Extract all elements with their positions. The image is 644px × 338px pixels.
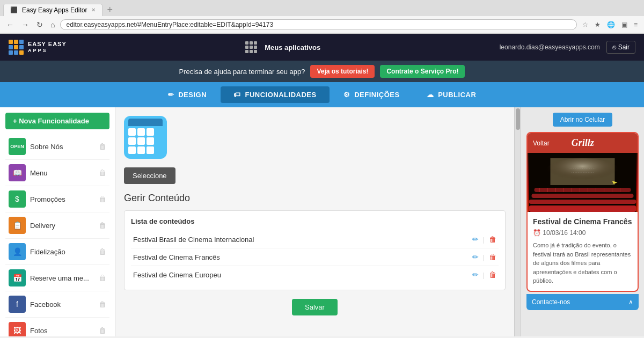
trash-icon-sobre-nos[interactable]: 🗑 bbox=[99, 142, 106, 151]
contacte-bar[interactable]: Contacte-nos ∧ bbox=[526, 294, 639, 310]
forward-button[interactable]: → bbox=[19, 19, 31, 30]
phone-cinema-image: . . . . . . . . . . . . . . . - - - - - … bbox=[528, 153, 638, 212]
list-item-text: Festival de Cinema Europeu bbox=[133, 271, 472, 279]
browser-tab[interactable]: ⬛ Easy Easy Apps Editor ✕ bbox=[3, 4, 103, 16]
svg-text:- - - - - - - - - - - - - -: - - - - - - - - - - - - - - bbox=[572, 171, 594, 174]
menu-icon[interactable]: ≡ bbox=[632, 20, 640, 30]
phone-header: Voltar Grillz bbox=[528, 133, 638, 153]
tab-design[interactable]: ✏ DESIGN bbox=[155, 86, 219, 103]
list-item-actions: ✏ | 🗑 bbox=[472, 235, 496, 244]
contacte-label: Contacte-nos bbox=[532, 298, 570, 306]
new-function-button[interactable]: + Nova Funcionalidade bbox=[5, 113, 109, 129]
sidebar-item-fidelizacao[interactable]: 👤 Fidelização 🗑 bbox=[5, 239, 109, 265]
edit-icon-2[interactable]: ✏ bbox=[472, 270, 479, 279]
tutorial-button[interactable]: Veja os tutoriais! bbox=[310, 65, 375, 78]
url-input[interactable] bbox=[60, 19, 577, 30]
tab-funcionalidades[interactable]: 🏷 FUNCIONALIDADES bbox=[221, 86, 330, 103]
sidebar-item-reserve[interactable]: 📅 Reserve uma me... 🗑 bbox=[5, 265, 109, 291]
tab-bar: ⬛ Easy Easy Apps Editor ✕ + bbox=[0, 0, 644, 16]
cloud-icon: ☁ bbox=[427, 91, 434, 99]
svg-rect-3 bbox=[535, 188, 631, 192]
cinema-title: Festival de Cinema Francês bbox=[533, 217, 632, 226]
list-title: Lista de conteúdos bbox=[131, 217, 499, 225]
sign-out-button[interactable]: ⎋ Sair bbox=[606, 41, 635, 54]
header-right: leonardo.dias@easyeasyapps.com ⎋ Sair bbox=[500, 41, 635, 54]
edit-icon-1[interactable]: ✏ bbox=[472, 253, 479, 261]
save-button[interactable]: Salvar bbox=[292, 299, 338, 315]
edit-icon-0[interactable]: ✏ bbox=[472, 235, 479, 244]
sidebar-item-fotos[interactable]: 🖼 Fotos 🗑 bbox=[5, 318, 109, 336]
list-item-actions: ✏ | 🗑 bbox=[472, 253, 496, 261]
open-icon: OPEN bbox=[9, 138, 26, 155]
delete-icon-2[interactable]: 🗑 bbox=[489, 270, 496, 279]
svg-rect-6 bbox=[529, 205, 636, 212]
nav-actions: ☆ ★ 🌐 ▣ ≡ bbox=[580, 20, 640, 30]
scrollbar[interactable] bbox=[514, 107, 521, 336]
bookmark-icon[interactable]: ☆ bbox=[580, 20, 590, 30]
trash-icon-fotos[interactable]: 🗑 bbox=[99, 326, 106, 335]
sidebar: + Nova Funcionalidade OPEN Sobre Nós 🗑 📖… bbox=[0, 107, 115, 336]
calendar-icon-large bbox=[124, 116, 167, 159]
list-item: Festival de Cinema Francês ✏ | 🗑 bbox=[131, 248, 499, 266]
pro-service-button[interactable]: Contrate o Serviço Pro! bbox=[380, 65, 465, 78]
trash-icon-promocoes[interactable]: 🗑 bbox=[99, 195, 106, 203]
star-icon[interactable]: ★ bbox=[592, 20, 603, 30]
help-bar: Precisa de ajuda para terminar seu app? … bbox=[0, 61, 644, 82]
tab-publicar[interactable]: ☁ PUBLICAR bbox=[414, 86, 489, 103]
back-button[interactable]: ← bbox=[4, 19, 16, 30]
sidebar-item-menu[interactable]: 📖 Menu 🗑 bbox=[5, 160, 109, 186]
sidebar-item-facebook[interactable]: f Facebook 🗑 bbox=[5, 291, 109, 318]
user-email: leonardo.dias@easyeasyapps.com bbox=[500, 43, 600, 51]
trash-icon-fidelizacao[interactable]: 🗑 bbox=[99, 247, 106, 256]
cinema-svg: . . . . . . . . . . . . . . . - - - - - … bbox=[528, 153, 638, 212]
phone-preview: Voltar Grillz bbox=[526, 132, 639, 292]
logo-text: EASY EASY APPS bbox=[28, 41, 67, 54]
cinema-date: ⏰ 10/03/16 14:00 bbox=[533, 229, 632, 237]
gear-icon: ⚙ bbox=[343, 91, 350, 99]
list-item-actions: ✏ | 🗑 bbox=[472, 270, 496, 279]
logo-grid-icon bbox=[9, 40, 24, 55]
phone-logo: Grillz bbox=[572, 137, 594, 149]
sidebar-item-promocoes[interactable]: $ Promoções 🗑 bbox=[5, 186, 109, 212]
reserve-icon: 📅 bbox=[9, 269, 26, 286]
scroll-thumb[interactable] bbox=[516, 108, 520, 130]
window-icon[interactable]: ▣ bbox=[619, 20, 630, 30]
divider: | bbox=[483, 236, 485, 244]
trash-icon-reserve[interactable]: 🗑 bbox=[99, 274, 106, 282]
globe-icon[interactable]: 🌐 bbox=[605, 20, 617, 30]
sidebar-item-sobre-nos[interactable]: OPEN Sobre Nós 🗑 bbox=[5, 134, 109, 160]
open-mobile-button[interactable]: Abrir no Celular bbox=[553, 113, 612, 127]
preview-panel: Abrir no Celular Voltar Grillz bbox=[521, 107, 644, 336]
refresh-button[interactable]: ↻ bbox=[34, 19, 45, 30]
trash-icon-delivery[interactable]: 🗑 bbox=[99, 221, 106, 230]
apps-menu-button[interactable]: Meus aplicativos bbox=[265, 43, 320, 52]
sidebar-item-delivery[interactable]: 📋 Delivery 🗑 bbox=[5, 212, 109, 239]
svg-rect-4 bbox=[532, 194, 634, 198]
content-list-box: Lista de conteúdos Festival Brasil de Ci… bbox=[124, 210, 506, 290]
delivery-icon: 📋 bbox=[9, 217, 26, 234]
phone-back-button[interactable]: Voltar bbox=[533, 139, 550, 147]
apps-grid-icon bbox=[245, 41, 257, 53]
divider: | bbox=[483, 253, 485, 261]
trash-icon-facebook[interactable]: 🗑 bbox=[99, 300, 106, 308]
cinema-desc: Como já é tradição do evento, o festival… bbox=[533, 241, 632, 285]
seleccione-button[interactable]: Seleccione bbox=[124, 167, 175, 184]
new-tab-icon[interactable]: + bbox=[107, 4, 113, 16]
list-item-text: Festival de Cinema Francês bbox=[133, 253, 472, 261]
help-text: Precisa de ajuda para terminar seu app? bbox=[179, 68, 305, 76]
delete-icon-1[interactable]: 🗑 bbox=[489, 253, 496, 261]
list-item-text: Festival Brasil de Cinema Internacional bbox=[133, 236, 472, 244]
pencil-icon: ✏ bbox=[168, 91, 174, 99]
sign-out-icon: ⎋ bbox=[612, 43, 616, 51]
main-layout: + Nova Funcionalidade OPEN Sobre Nós 🗑 📖… bbox=[0, 107, 644, 336]
home-button[interactable]: ⌂ bbox=[48, 19, 57, 30]
fidelidade-icon: 👤 bbox=[9, 243, 26, 260]
promo-icon: $ bbox=[9, 190, 26, 208]
delete-icon-0[interactable]: 🗑 bbox=[489, 235, 496, 244]
tab-definicoes[interactable]: ⚙ DEFINIÇÕES bbox=[331, 86, 413, 103]
trash-icon-menu[interactable]: 🗑 bbox=[99, 168, 106, 177]
svg-text:. . . . . . . . . . . . . . .: . . . . . . . . . . . . . . . bbox=[569, 166, 596, 170]
logo-area: EASY EASY APPS bbox=[9, 40, 67, 55]
tab-close-icon[interactable]: ✕ bbox=[91, 7, 96, 13]
tab-title: Easy Easy Apps Editor bbox=[22, 6, 87, 14]
